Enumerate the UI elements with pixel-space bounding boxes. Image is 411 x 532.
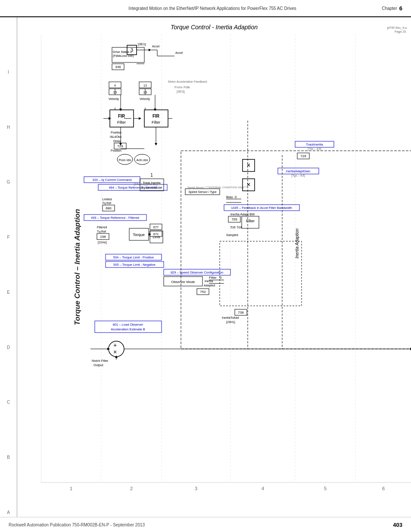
main-content: I H G F E D C B A Torque Control - Inert… — [0, 17, 411, 517]
footer-publisher: Rockwell Automation Publication 750-RM00… — [9, 523, 145, 527]
svg-text:Velocity: Velocity — [109, 97, 119, 101]
svg-text:TrackInertia: TrackInertia — [306, 143, 323, 146]
margin-label-h: H — [7, 77, 10, 132]
svg-text:518: 518 — [230, 226, 236, 229]
svg-text:Speed Sensor /  ***INTERNAL CO: Speed Sensor / ***INTERNAL CONDITION ONL… — [187, 186, 248, 189]
svg-text:1435 – Feedback in Accel Filte: 1435 – Feedback in Accel Filter Bandwidt… — [231, 206, 292, 210]
diagram-area: Torque Control - Inertia Adaption pf755 … — [17, 17, 411, 517]
svg-text:FIR: FIR — [153, 114, 160, 118]
margin-label-a: A — [7, 462, 10, 517]
svg-text:Notch Filter: Notch Filter — [92, 359, 109, 363]
svg-text:Speed Sensor / Type: Speed Sensor / Type — [188, 190, 216, 194]
svg-text:13: 13 — [143, 84, 147, 87]
block-diagram-svg: 1 2 3 4 5 6 Drive Status 2 (FdbkLoss SW)… — [41, 34, 411, 500]
svg-text:Acceleration Estimate B: Acceleration Estimate B — [111, 327, 145, 331]
svg-text:Filter: Filter — [152, 120, 160, 124]
svg-text:0: 0 — [235, 195, 237, 199]
svg-text:[21Ho]: [21Ho] — [98, 241, 107, 244]
svg-text:755: 755 — [231, 218, 237, 221]
svg-text:Adapted: Adapted — [204, 284, 215, 287]
svg-text:Observer Mode: Observer Mode — [171, 280, 195, 284]
svg-text:738: 738 — [238, 311, 244, 314]
margin-label-d: D — [7, 297, 10, 352]
svg-text:198: 198 — [100, 235, 106, 239]
svg-text:Motor Acceleration Feedback: Motor Acceleration Feedback — [168, 80, 207, 83]
svg-text:Velocity: Velocity — [140, 97, 150, 101]
margin-label-f: F — [7, 187, 9, 242]
svg-text:[?gs – K/t]: [?gs – K/t] — [291, 174, 305, 177]
svg-text:Tq Ref: Tq Ref — [102, 202, 111, 205]
left-margin: I H G F E D C B A — [0, 17, 17, 517]
svg-text:×: × — [246, 181, 250, 188]
svg-text:Accel: Accel — [175, 51, 183, 54]
svg-marker-49 — [139, 117, 141, 120]
svg-text:Position: Position — [111, 131, 121, 134]
svg-text:493 – Torque Reference - Filte: 493 – Torque Reference - Filtered — [91, 216, 139, 220]
svg-text:2: 2 — [130, 486, 133, 491]
svg-text:3: 3 — [131, 47, 133, 53]
svg-text:Filter: Filter — [117, 120, 126, 124]
svg-text:336: 336 — [115, 65, 121, 69]
svg-marker-24 — [149, 49, 151, 51]
svg-text:From Fdlk: From Fdlk — [174, 85, 190, 89]
footer-page-number: 403 — [393, 522, 402, 528]
header-title: Integrated Motion on the EtherNet/IP Net… — [9, 6, 382, 11]
svg-text:Filter: Filter — [246, 219, 255, 223]
svg-rect-161 — [220, 241, 302, 306]
svg-text:Inertia Adapt BW: Inertia Adapt BW — [230, 212, 255, 216]
page-header: Integrated Motion on the EtherNet/IP Net… — [0, 0, 411, 17]
diagram-title: Torque Control - Inertia Adaption — [17, 24, 411, 31]
svg-text:801 – Load Observer: 801 – Load Observer — [113, 323, 143, 327]
svg-text:[3E3]: [3E3] — [177, 90, 185, 93]
header-chapter-label: Chapter — [382, 6, 397, 11]
svg-text:[23H1]: [23H1] — [226, 320, 235, 324]
svg-text:IALdObs: IALdObs — [110, 135, 122, 138]
svg-text:677: 677 — [153, 225, 159, 229]
svg-text:×: × — [246, 162, 250, 169]
svg-text:Filtered: Filtered — [97, 226, 107, 229]
svg-marker-174 — [155, 143, 157, 146]
margin-label-b: B — [7, 407, 10, 462]
svg-text:InertiaToAdd: InertiaToAdd — [222, 316, 239, 319]
svg-text:Accel: Accel — [152, 45, 160, 48]
svg-text:829 – Speed Observer Configura: 829 – Speed Observer Configuration — [171, 271, 223, 274]
margin-label-e: E — [7, 242, 10, 297]
svg-text:Acln obs: Acln obs — [137, 159, 148, 162]
svg-text:Inertia Adaption: Inertia Adaption — [295, 228, 299, 258]
svg-text:Posn obs: Posn obs — [118, 159, 131, 162]
svg-text:320 – Iq Current Command: 320 – Iq Current Command — [93, 178, 132, 182]
svg-text:Bias: Bias — [226, 195, 233, 199]
svg-text:Drive Status 2: Drive Status 2 — [113, 50, 132, 53]
svg-text:518: 518 — [237, 226, 242, 229]
margin-label-i: I — [8, 22, 9, 77]
svg-text:504 – Torque Limit - Positive: 504 – Torque Limit - Positive — [113, 255, 154, 259]
svg-text:Delay: Delay — [113, 140, 121, 143]
svg-text:InertiaAdaptGain: InertiaAdaptGain — [286, 169, 310, 173]
svg-text:Filter: Filter — [209, 276, 217, 280]
svg-text:6: 6 — [382, 486, 385, 491]
svg-text:[24a E2] [24b E2]: [24a E2] [24b E2] — [134, 183, 157, 186]
svg-text:680: 680 — [106, 206, 112, 210]
svg-text:FIR: FIR — [118, 114, 125, 118]
svg-rect-50 — [144, 110, 168, 127]
margin-label-g: G — [7, 132, 10, 187]
header-chapter-number: 6 — [399, 5, 402, 12]
svg-text:System Mode: System Mode — [141, 186, 162, 190]
svg-text:4: 4 — [262, 486, 264, 491]
svg-text:0: 0 — [220, 276, 222, 280]
svg-text:[?ds – K/t]: [?ds – K/t] — [308, 147, 321, 151]
svg-text:Torque: Torque — [133, 233, 145, 237]
svg-text:729: 729 — [300, 154, 306, 158]
svg-text:[3E1]: [3E1] — [138, 42, 146, 46]
page-footer: Rockwell Automation Publication 750-RM00… — [0, 517, 411, 532]
svg-text:Sampled: Sampled — [226, 233, 238, 237]
svg-text:3: 3 — [195, 486, 197, 491]
margin-label-c: C — [7, 352, 10, 407]
svg-text:752: 752 — [200, 290, 206, 294]
svg-text:Position: Position — [111, 149, 121, 152]
svg-text:671: 671 — [153, 232, 159, 236]
svg-text:1: 1 — [150, 173, 153, 177]
svg-text:505 – Torque Limit - Negative: 505 – Torque Limit - Negative — [113, 263, 156, 267]
svg-text:Output: Output — [93, 363, 103, 367]
svg-text:1: 1 — [70, 486, 72, 491]
